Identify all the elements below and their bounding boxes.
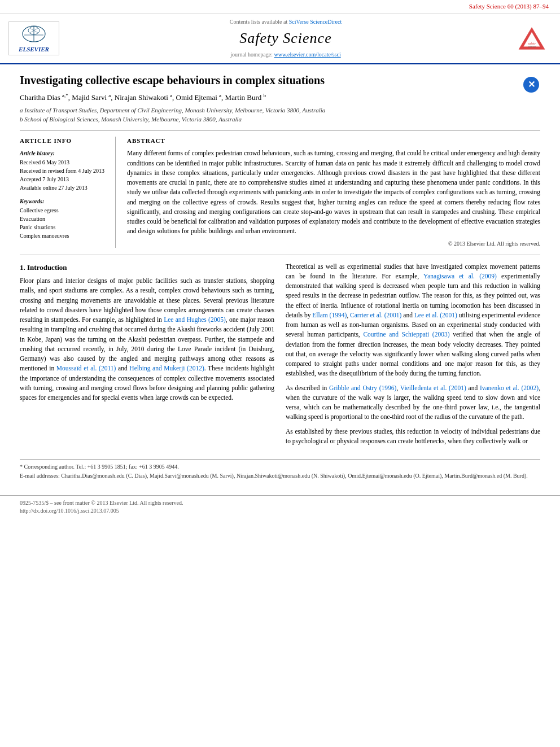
ivanenko-link[interactable]: Ivanenko et al. (2002) bbox=[480, 385, 539, 391]
intro-para1: Floor plans and interior designs of majo… bbox=[20, 276, 274, 403]
journal-header: ELSEVIER Contents lists available at Sci… bbox=[0, 14, 560, 64]
elsevier-tree-graphic bbox=[19, 23, 50, 44]
abstract-section: ABSTRACT Many different forms of complex… bbox=[127, 137, 540, 248]
homepage-link[interactable]: www.elsevier.com/locate/ssci bbox=[274, 51, 341, 58]
elsevier-text: ELSEVIER bbox=[19, 45, 49, 54]
sciverse-link[interactable]: SciVerse ScienceDirect bbox=[289, 19, 342, 25]
yanagisawa-link[interactable]: Yanagisawa et al. (2009) bbox=[423, 273, 497, 279]
ellam-link[interactable]: Ellam (1994) bbox=[312, 312, 347, 318]
article-info-heading: ARTICLE INFO bbox=[20, 137, 110, 145]
svg-text:✕: ✕ bbox=[528, 80, 535, 89]
body-two-col: 1. Introduction Floor plans and interior… bbox=[20, 262, 540, 451]
keyword-4: Complex manoeuvres bbox=[20, 232, 110, 240]
abstract-text: Many different forms of complex pedestri… bbox=[127, 148, 540, 236]
received-date: Received 6 May 2013 bbox=[20, 159, 110, 167]
safety-science-logo: safety science bbox=[512, 21, 552, 55]
sciverse-text: Contents lists available at SciVerse Sci… bbox=[59, 18, 512, 26]
keyword-2: Evacuation bbox=[20, 215, 110, 223]
svg-text:science: science bbox=[528, 46, 536, 49]
article-info: ARTICLE INFO Article history: Received 6… bbox=[20, 137, 116, 248]
safety-logo-svg: safety science bbox=[518, 24, 546, 53]
abstract-heading: ABSTRACT bbox=[127, 137, 540, 145]
svg-text:safety: safety bbox=[528, 42, 536, 45]
accepted-date: Accepted 7 July 2013 bbox=[20, 176, 110, 184]
main-content: ✕ Investigating collective escape behavi… bbox=[0, 64, 560, 490]
gribble-link[interactable]: Gribble and Ostry (1996) bbox=[329, 385, 396, 391]
journal-reference: Safety Science 60 (2013) 87–94 bbox=[0, 0, 560, 14]
crossmark-icon: ✕ bbox=[522, 76, 540, 94]
lee-2001-link[interactable]: Lee et al. (2001) bbox=[414, 312, 457, 318]
intro-heading: 1. Introduction bbox=[20, 262, 274, 273]
revised-date: Received in revised form 4 July 2013 bbox=[20, 167, 110, 175]
vieilledenta-link[interactable]: Vieilledenta et al. (2001) bbox=[400, 385, 466, 391]
affil1: a Institute of Transport Studies, Depart… bbox=[20, 106, 540, 115]
journal-title: Safety Science bbox=[59, 28, 512, 49]
article-info-abstract-section: ARTICLE INFO Article history: Received 6… bbox=[20, 130, 540, 248]
journal-center: Contents lists available at SciVerse Sci… bbox=[59, 18, 512, 58]
available-date: Available online 27 July 2013 bbox=[20, 184, 110, 192]
footnote-email: E-mail addresses: Charitha.Dias@monash.e… bbox=[20, 472, 540, 480]
moussaid-link[interactable]: Moussaïd et al. (2011) bbox=[56, 365, 116, 372]
keyword-3: Panic situations bbox=[20, 224, 110, 231]
crossmark: ✕ bbox=[522, 76, 540, 97]
journal-homepage: journal homepage: www.elsevier.com/locat… bbox=[59, 51, 512, 59]
issn-line: 0925-7535/$ – see front matter © 2013 El… bbox=[20, 499, 540, 507]
body-col-left: 1. Introduction Floor plans and interior… bbox=[20, 262, 274, 451]
affil2: b School of Biological Sciences, Monash … bbox=[20, 115, 540, 124]
courtine-link[interactable]: Courtine and Schieppati (2003) bbox=[363, 331, 449, 338]
carrier-link[interactable]: Carrier et al. (2001) bbox=[350, 312, 401, 318]
keywords-label: Keywords: bbox=[20, 198, 110, 206]
body-col-right: Theoretical as well as experimental stud… bbox=[286, 262, 540, 451]
keyword-1: Collective egress bbox=[20, 207, 110, 215]
journal-ref-text: Safety Science 60 (2013) 87–94 bbox=[469, 3, 549, 10]
right-para1: Theoretical as well as experimental stud… bbox=[286, 262, 540, 379]
doi-line: http://dx.doi.org/10.1016/j.ssci.2013.07… bbox=[20, 507, 540, 515]
affiliations: a Institute of Transport Studies, Depart… bbox=[20, 106, 540, 124]
bottom-bar: 0925-7535/$ – see front matter © 2013 El… bbox=[0, 495, 560, 518]
lee-hughes-link[interactable]: Lee and Hughes (2005) bbox=[164, 316, 226, 323]
elsevier-logo: ELSEVIER bbox=[8, 21, 59, 55]
helbing-link[interactable]: Helbing and Mukerji (2012) bbox=[129, 365, 204, 372]
right-para3: As established by these previous studies… bbox=[286, 427, 540, 447]
tree-svg bbox=[19, 23, 50, 44]
footnote-star: * Corresponding author. Tel.: +61 3 9905… bbox=[20, 463, 540, 471]
paper-title: Investigating collective escape behaviou… bbox=[20, 73, 540, 88]
right-para2: As described in Gribble and Ostry (1996)… bbox=[286, 383, 540, 422]
copyright: © 2013 Elsevier Ltd. All rights reserved… bbox=[127, 240, 540, 248]
history-label: Article history: bbox=[20, 150, 110, 158]
section-divider bbox=[20, 255, 540, 255]
footnote-area: * Corresponding author. Tel.: +61 3 9905… bbox=[20, 459, 540, 480]
authors-line: Charitha Dias a,*, Majid Sarvi a, Niraja… bbox=[20, 92, 540, 103]
